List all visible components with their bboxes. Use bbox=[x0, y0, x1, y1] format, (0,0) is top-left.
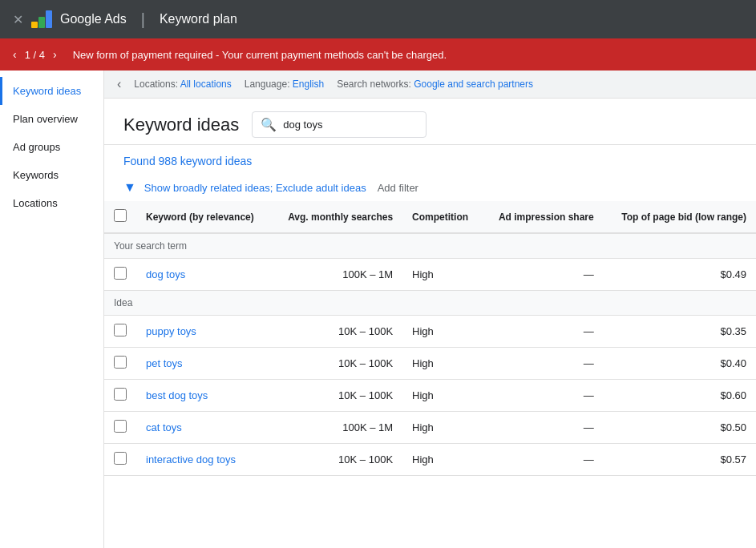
row-checkbox-cell bbox=[104, 348, 136, 380]
filter-row: ▼ Show broadly related ideas; Exclude ad… bbox=[104, 174, 756, 201]
competition-cell: High bbox=[402, 316, 483, 348]
notification-bar: ‹ 1 / 4 › New form of payment required -… bbox=[0, 38, 756, 71]
locations-value-link[interactable]: All locations bbox=[180, 79, 232, 90]
competition-cell: High bbox=[402, 380, 483, 412]
sidebar-item-ad-groups[interactable]: Ad groups bbox=[0, 133, 103, 161]
nav-arrows: ‹ 1 / 4 › bbox=[10, 45, 60, 64]
top-bid-cell: $0.50 bbox=[604, 412, 756, 444]
filters-bar: ‹ Locations: All locations Language: Eng… bbox=[104, 71, 756, 99]
keyword-cell: pet toys bbox=[136, 348, 271, 380]
top-bid-cell: $0.49 bbox=[604, 259, 756, 291]
search-box: 🔍 bbox=[252, 111, 427, 138]
page-title: Keyword plan bbox=[160, 12, 237, 26]
sidebar-item-keywords[interactable]: Keywords bbox=[0, 161, 103, 189]
networks-value-link[interactable]: Google and search partners bbox=[414, 79, 533, 90]
language-filter: Language: English bbox=[245, 79, 324, 90]
row-checkbox-cell bbox=[104, 444, 136, 476]
competition-cell: High bbox=[402, 348, 483, 380]
monthly-searches-cell: 10K – 100K bbox=[271, 316, 402, 348]
ad-impression-cell: — bbox=[483, 259, 604, 291]
table-row: best dog toys 10K – 100K High — $0.60 bbox=[104, 380, 756, 412]
row-checkbox-cell bbox=[104, 412, 136, 444]
monthly-searches-cell: 10K – 100K bbox=[271, 380, 402, 412]
networks-filter: Search networks: Google and search partn… bbox=[337, 79, 533, 90]
search-icon: 🔍 bbox=[261, 117, 277, 132]
ad-impression-cell: — bbox=[483, 412, 604, 444]
sidebar: Keyword ideas Plan overview Ad groups Ke… bbox=[0, 71, 104, 548]
filter-link[interactable]: Show broadly related ideas; Exclude adul… bbox=[144, 182, 366, 194]
close-icon[interactable]: ✕ bbox=[13, 12, 23, 27]
row-checkbox[interactable] bbox=[114, 356, 127, 369]
google-ads-logo bbox=[31, 10, 52, 28]
select-all-checkbox[interactable] bbox=[114, 209, 127, 222]
top-bid-cell: $0.40 bbox=[604, 348, 756, 380]
filters-toggle-icon[interactable]: ‹ bbox=[117, 77, 121, 91]
found-keywords-count: Found 988 keyword ideas bbox=[123, 155, 252, 167]
ad-impression-cell: — bbox=[483, 348, 604, 380]
keyword-column-header: Keyword (by relevance) bbox=[136, 201, 271, 233]
competition-cell: High bbox=[402, 444, 483, 476]
section-label: Idea bbox=[104, 291, 756, 316]
nav-next-button[interactable]: › bbox=[50, 45, 60, 64]
locations-filter: Locations: All locations bbox=[134, 79, 231, 90]
search-input[interactable] bbox=[283, 119, 418, 131]
nav-prev-button[interactable]: ‹ bbox=[10, 45, 20, 64]
monthly-searches-column-header: Avg. monthly searches bbox=[271, 201, 402, 233]
table-section-row: Idea bbox=[104, 291, 756, 316]
table-row: puppy toys 10K – 100K High — $0.35 bbox=[104, 316, 756, 348]
sidebar-item-keyword-ideas[interactable]: Keyword ideas bbox=[0, 77, 103, 105]
monthly-searches-cell: 10K – 100K bbox=[271, 444, 402, 476]
ad-impression-column-header: Ad impression share bbox=[483, 201, 604, 233]
section-label: Your search term bbox=[104, 233, 756, 259]
top-bar: ✕ Google Ads | Keyword plan bbox=[0, 0, 756, 38]
add-filter-button[interactable]: Add filter bbox=[378, 182, 418, 194]
top-bid-column-header: Top of page bid (low range) bbox=[604, 201, 756, 233]
row-checkbox-cell bbox=[104, 316, 136, 348]
row-checkbox[interactable] bbox=[114, 267, 127, 280]
ad-impression-cell: — bbox=[483, 380, 604, 412]
keyword-cell: interactive dog toys bbox=[136, 444, 271, 476]
found-keywords: Found 988 keyword ideas bbox=[104, 145, 756, 174]
row-checkbox-cell bbox=[104, 380, 136, 412]
keyword-ideas-title: Keyword ideas bbox=[123, 115, 239, 135]
nav-count: 1 / 4 bbox=[25, 49, 45, 61]
keyword-ideas-header: Keyword ideas 🔍 bbox=[104, 99, 756, 145]
row-checkbox-cell bbox=[104, 259, 136, 291]
table-header-row: Keyword (by relevance) Avg. monthly sear… bbox=[104, 201, 756, 233]
table-row: interactive dog toys 10K – 100K High — $… bbox=[104, 444, 756, 476]
table-row: dog toys 100K – 1M High — $0.49 bbox=[104, 259, 756, 291]
sidebar-item-plan-overview[interactable]: Plan overview bbox=[0, 105, 103, 133]
row-checkbox[interactable] bbox=[114, 324, 127, 336]
ad-impression-cell: — bbox=[483, 316, 604, 348]
keyword-cell: cat toys bbox=[136, 412, 271, 444]
keyword-cell: puppy toys bbox=[136, 316, 271, 348]
competition-cell: High bbox=[402, 412, 483, 444]
app-name: Google Ads bbox=[60, 12, 127, 26]
top-bid-cell: $0.57 bbox=[604, 444, 756, 476]
top-bid-cell: $0.35 bbox=[604, 316, 756, 348]
table-row: pet toys 10K – 100K High — $0.40 bbox=[104, 348, 756, 380]
competition-cell: High bbox=[402, 259, 483, 291]
keyword-cell: dog toys bbox=[136, 259, 271, 291]
top-bid-cell: $0.60 bbox=[604, 380, 756, 412]
filter-funnel-icon: ▼ bbox=[123, 180, 136, 195]
sidebar-item-locations[interactable]: Locations bbox=[0, 189, 103, 217]
monthly-searches-cell: 10K – 100K bbox=[271, 348, 402, 380]
ad-impression-cell: — bbox=[483, 444, 604, 476]
top-bar-divider: | bbox=[141, 10, 145, 29]
row-checkbox[interactable] bbox=[114, 452, 127, 465]
main-layout: Keyword ideas Plan overview Ad groups Ke… bbox=[0, 71, 756, 548]
content-area: ‹ Locations: All locations Language: Eng… bbox=[104, 71, 756, 548]
competition-column-header: Competition bbox=[402, 201, 483, 233]
keyword-table: Keyword (by relevance) Avg. monthly sear… bbox=[104, 201, 756, 476]
language-value-link[interactable]: English bbox=[293, 79, 324, 90]
row-checkbox[interactable] bbox=[114, 420, 127, 433]
monthly-searches-cell: 100K – 1M bbox=[271, 412, 402, 444]
monthly-searches-cell: 100K – 1M bbox=[271, 259, 402, 291]
table-section-row: Your search term bbox=[104, 233, 756, 259]
keyword-cell: best dog toys bbox=[136, 380, 271, 412]
notification-message: New form of payment required - Your curr… bbox=[73, 49, 447, 61]
row-checkbox[interactable] bbox=[114, 388, 127, 401]
table-row: cat toys 100K – 1M High — $0.50 bbox=[104, 412, 756, 444]
select-all-header bbox=[104, 201, 136, 233]
